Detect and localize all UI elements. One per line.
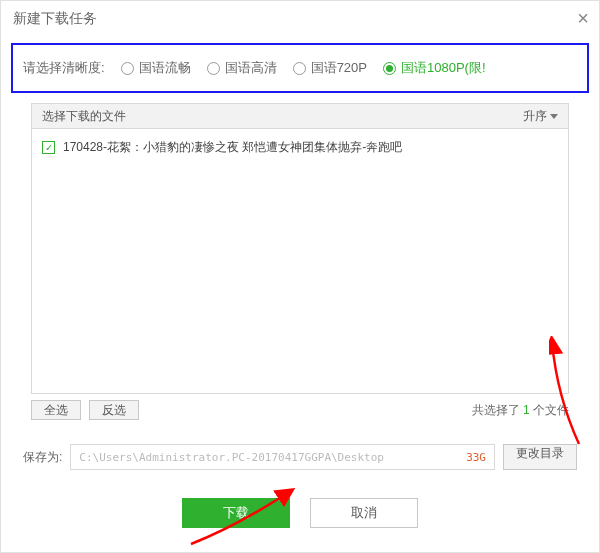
quality-option-3[interactable]: 国语1080P(限! — [383, 59, 486, 77]
chevron-down-icon — [550, 114, 558, 119]
save-path-input[interactable]: C:\Users\Administrator.PC-20170417GGPA\D… — [70, 444, 495, 470]
selection-count: 1 — [523, 403, 530, 417]
quality-option-label: 国语流畅 — [139, 59, 191, 77]
selection-info-suffix: 个文件 — [530, 403, 569, 417]
sort-label: 升序 — [523, 108, 547, 125]
titlebar: 新建下载任务 × — [1, 1, 599, 37]
list-item[interactable]: ✓ 170428-花絮：小猎豹的凄惨之夜 郑恺遭女神团集体抛弃-奔跑吧 — [42, 137, 558, 158]
save-path-row: 保存为: C:\Users\Administrator.PC-20170417G… — [23, 444, 577, 470]
free-space: 33G — [466, 451, 486, 464]
quality-option-0[interactable]: 国语流畅 — [121, 59, 191, 77]
save-label: 保存为: — [23, 449, 62, 466]
quality-option-label: 国语720P — [311, 59, 367, 77]
quality-selector: 请选择清晰度: 国语流畅 国语高清 国语720P 国语1080P(限! — [11, 43, 589, 93]
quality-option-1[interactable]: 国语高清 — [207, 59, 277, 77]
quality-label: 请选择清晰度: — [23, 59, 105, 77]
cancel-button[interactable]: 取消 — [310, 498, 418, 528]
close-icon[interactable]: × — [577, 7, 589, 30]
radio-icon — [207, 62, 220, 75]
select-all-button[interactable]: 全选 — [31, 400, 81, 420]
radio-icon — [121, 62, 134, 75]
quality-option-label: 国语1080P(限! — [401, 59, 486, 77]
radio-icon — [383, 62, 396, 75]
file-list-header: 选择下载的文件 升序 — [31, 103, 569, 129]
invert-selection-button[interactable]: 反选 — [89, 400, 139, 420]
radio-icon — [293, 62, 306, 75]
selection-info-prefix: 共选择了 — [472, 403, 523, 417]
quality-option-2[interactable]: 国语720P — [293, 59, 367, 77]
action-row: 下载 取消 — [1, 498, 599, 528]
quality-option-label: 国语高清 — [225, 59, 277, 77]
file-list: ✓ 170428-花絮：小猎豹的凄惨之夜 郑恺遭女神团集体抛弃-奔跑吧 — [31, 129, 569, 394]
file-name: 170428-花絮：小猎豹的凄惨之夜 郑恺遭女神团集体抛弃-奔跑吧 — [63, 139, 402, 156]
checkbox-icon[interactable]: ✓ — [42, 141, 55, 154]
content-area: 选择下载的文件 升序 ✓ 170428-花絮：小猎豹的凄惨之夜 郑恺遭女神团集体… — [31, 103, 569, 424]
selection-info: 共选择了 1 个文件 — [472, 402, 569, 419]
file-list-header-title: 选择下载的文件 — [42, 108, 126, 125]
save-path-text: C:\Users\Administrator.PC-20170417GGPA\D… — [79, 451, 384, 464]
sort-toggle[interactable]: 升序 — [523, 108, 558, 125]
change-directory-button[interactable]: 更改目录 — [503, 444, 577, 470]
selection-bar: 全选 反选 共选择了 1 个文件 — [31, 394, 569, 424]
download-button[interactable]: 下载 — [182, 498, 290, 528]
download-dialog: 新建下载任务 × 请选择清晰度: 国语流畅 国语高清 国语720P 国语1080… — [0, 0, 600, 553]
window-title: 新建下载任务 — [13, 10, 97, 28]
